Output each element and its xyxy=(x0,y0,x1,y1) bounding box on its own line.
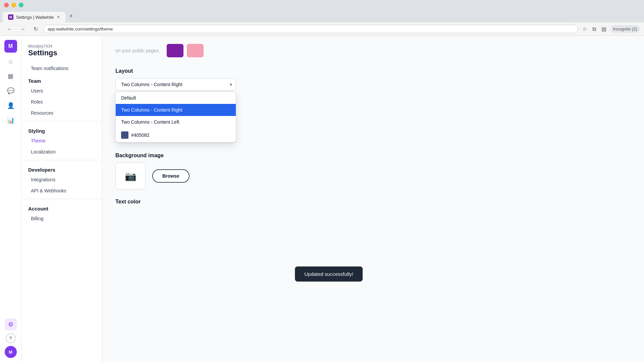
layout-dropdown[interactable]: Two Columns - Content Right xyxy=(115,78,236,91)
sidebar-toggle-icon[interactable]: ▤ xyxy=(600,24,608,34)
rail-chart-icon[interactable]: 📊 xyxy=(5,114,17,126)
text-color-label: Text color xyxy=(115,199,631,205)
camera-icon: 📷 xyxy=(125,171,137,182)
sidebar-section-developers: Developers xyxy=(21,163,102,174)
sidebar-item-theme[interactable]: Theme xyxy=(24,135,99,146)
sidebar-divider-1 xyxy=(21,121,102,121)
star-icon[interactable]: ☆ xyxy=(581,24,588,34)
active-tab[interactable]: M Settings | Waitwhile ✕ xyxy=(3,12,65,22)
toast-notification: Updated successfully! xyxy=(295,266,363,282)
rail-calendar-icon[interactable]: ▦ xyxy=(5,70,17,82)
partial-helper-text: on your public pages. xyxy=(115,48,160,53)
color-swatches xyxy=(167,44,204,57)
rail-users-icon[interactable]: 👤 xyxy=(5,100,17,112)
rail-avatar[interactable]: M xyxy=(4,40,17,53)
back-button[interactable]: ← xyxy=(4,25,15,34)
rail-home-icon[interactable]: ⌂ xyxy=(5,55,17,67)
maximize-button[interactable] xyxy=(19,3,23,7)
sidebar-item-integrations[interactable]: Integrations xyxy=(24,174,99,185)
tab-title: Settings | Waitwhile xyxy=(16,15,54,20)
extension-icon[interactable]: ⧉ xyxy=(591,25,597,34)
toast-message: Updated successfully! xyxy=(304,271,353,277)
nav-icons: ☆ ⧉ ▤ Incognito (2) xyxy=(581,24,640,34)
rail-help-icon[interactable]: ? xyxy=(6,333,16,343)
layout-label: Layout xyxy=(115,68,631,74)
new-tab-button[interactable]: + xyxy=(65,10,77,22)
sidebar-divider-3 xyxy=(21,199,102,199)
address-bar[interactable]: app.waitwhile.com/settings/theme xyxy=(43,25,578,33)
browse-button[interactable]: Browse xyxy=(152,169,190,183)
layout-dropdown-wrapper: Two Columns - Content Right ▾ Default Tw… xyxy=(115,78,236,91)
color-swatch-purple[interactable] xyxy=(167,44,183,57)
layout-option-two-col-right[interactable]: Two Columns - Content Right xyxy=(116,104,236,116)
layout-option-default[interactable]: Default xyxy=(116,92,236,104)
sidebar-section-team: Team xyxy=(21,74,102,85)
sidebar-item-billing[interactable]: Billing xyxy=(24,213,99,224)
border-color-swatch xyxy=(121,131,128,139)
icon-rail: M ⌂ ▦ 💬 👤 📊 ⚙ ? M xyxy=(0,36,21,362)
incognito-label[interactable]: Incognito (2) xyxy=(610,25,640,33)
sidebar-item-api-webhooks[interactable]: API & Webhooks xyxy=(24,185,99,196)
partial-top-section: on your public pages. xyxy=(115,44,631,60)
forward-button[interactable]: → xyxy=(17,25,28,34)
sidebar-item-resources[interactable]: Resources xyxy=(24,108,99,118)
address-text: app.waitwhile.com/settings/theme xyxy=(48,26,574,32)
layout-section: Layout Two Columns - Content Right ▾ Def… xyxy=(115,68,631,91)
sidebar-item-roles[interactable]: Roles xyxy=(24,97,99,107)
title-bar xyxy=(0,0,644,10)
sidebar: Moodjoy7434 Settings Team notifications … xyxy=(21,36,102,362)
color-swatch-pink[interactable] xyxy=(187,44,204,57)
rail-bottom: ⚙ ? M xyxy=(5,318,17,358)
bg-image-label: Background image xyxy=(115,153,631,159)
border-color-hex: #405082 xyxy=(131,132,150,138)
sidebar-divider-2 xyxy=(21,160,102,160)
bg-image-placeholder[interactable]: 📷 xyxy=(115,163,146,189)
layout-selected-value: Two Columns - Content Right xyxy=(121,82,182,87)
sidebar-item-team-notifications[interactable]: Team notifications xyxy=(24,63,99,74)
sidebar-header: Moodjoy7434 Settings xyxy=(21,41,102,63)
sidebar-item-localization[interactable]: Localization xyxy=(24,146,99,157)
rail-chat-icon[interactable]: 💬 xyxy=(5,85,17,97)
tab-bar: M Settings | Waitwhile ✕ + xyxy=(0,10,644,22)
sidebar-title: Settings xyxy=(28,49,95,57)
sidebar-item-users[interactable]: Users xyxy=(24,85,99,96)
main-content: on your public pages. Layout Two Columns… xyxy=(102,36,644,362)
layout-option-two-col-left[interactable]: Two Columns - Content Left xyxy=(116,116,236,128)
tab-close-icon[interactable]: ✕ xyxy=(57,15,60,19)
bg-image-section: Background image 📷 Browse xyxy=(115,153,631,189)
minimize-button[interactable] xyxy=(11,3,16,7)
nav-bar: ← → ↻ app.waitwhile.com/settings/theme ☆… xyxy=(0,22,644,36)
layout-dropdown-menu: Default Two Columns - Content Right Two … xyxy=(115,92,236,142)
sidebar-section-account: Account xyxy=(21,202,102,213)
refresh-button[interactable]: ↻ xyxy=(31,24,41,34)
rail-user-avatar[interactable]: M xyxy=(5,346,17,358)
browser-chrome: M Settings | Waitwhile ✕ + ← → ↻ app.wai… xyxy=(0,0,644,36)
window-controls xyxy=(4,3,23,7)
rail-settings-icon[interactable]: ⚙ xyxy=(5,318,17,330)
app-layout: M ⌂ ▦ 💬 👤 📊 ⚙ ? M Moodjoy7434 Settings T… xyxy=(0,36,644,362)
close-button[interactable] xyxy=(4,3,9,7)
tab-favicon: M xyxy=(8,14,13,20)
layout-option-border-color[interactable]: #405082 xyxy=(116,128,236,142)
text-color-section: Text color xyxy=(115,199,631,205)
sidebar-user: Moodjoy7434 xyxy=(28,44,95,49)
sidebar-section-styling: Styling xyxy=(21,124,102,135)
bg-image-upload: 📷 Browse xyxy=(115,163,631,189)
